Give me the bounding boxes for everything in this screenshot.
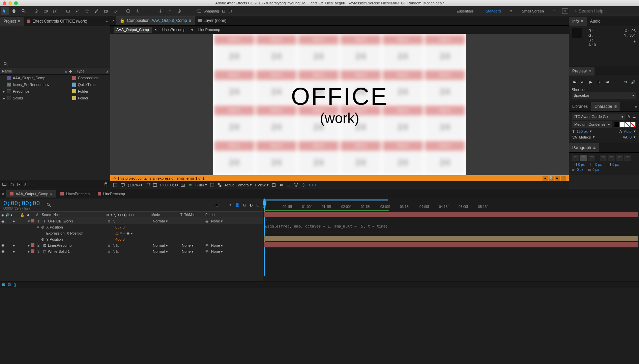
pixel-aspect-icon[interactable] [271, 183, 276, 187]
toggle-modes-icon[interactable]: ⊡ [8, 282, 11, 287]
snapshot-icon[interactable] [180, 183, 185, 187]
project-search-input[interactable] [10, 61, 107, 66]
workspace-essentials[interactable]: Essentials [454, 8, 476, 14]
paragraph-tab[interactable]: Paragraph ≡ [569, 143, 599, 152]
breadcrumb-item[interactable]: LinesPrecomp [159, 27, 188, 33]
last-frame-button[interactable]: ⏭ [604, 79, 610, 85]
layer-row[interactable]: ◉●▾1TOFFICE (work)⊕ ╲ Normal ▾◎ None ▾ [0, 218, 263, 224]
resolution-icon[interactable] [145, 183, 150, 187]
brackets-icon[interactable]: {} [13, 283, 16, 287]
loop-button[interactable]: ⟲ [622, 79, 628, 85]
close-window-button[interactable] [3, 1, 6, 5]
current-time[interactable]: 0;00;00;00 [3, 200, 40, 207]
time-ruler[interactable]: 0f00:15f01:00f01:15f02:00f02:15f03:00f03… [263, 199, 639, 211]
roto-tool[interactable] [124, 7, 132, 15]
sync-icon[interactable]: ⟲ [562, 8, 568, 14]
trash-icon[interactable] [104, 182, 108, 187]
workspace-standard[interactable]: Standard [483, 8, 503, 14]
eyedropper-icon[interactable]: ✎ [628, 115, 631, 119]
puppet-tool[interactable] [134, 7, 142, 15]
view-layout-dropdown[interactable]: 1 View ▾ [255, 183, 269, 187]
composition-tab[interactable]: 🔒 Composition AAA_Output_Comp ≡ [116, 16, 195, 25]
font-family-dropdown[interactable]: ITC Avant Garde Go▾ [572, 114, 626, 120]
rectangle-tool[interactable] [64, 7, 72, 15]
project-item[interactable]: Icons_PreRender.movQuickTime [0, 81, 110, 88]
align-left-button[interactable] [572, 155, 579, 161]
hand-tool[interactable] [10, 7, 18, 15]
maximize-window-button[interactable] [14, 1, 18, 5]
workspace-small[interactable]: Small Screen [519, 8, 546, 14]
project-header[interactable]: Name▴ ◆ Type S [0, 68, 110, 74]
comp-new-icon[interactable] [17, 182, 22, 187]
indent-first-value[interactable]: ⏐← 0 px [589, 163, 602, 166]
effect-controls-tab[interactable]: Effect Controls OFFICE (work) [24, 17, 90, 26]
frame-blend-icon[interactable]: ⊡ [243, 203, 246, 207]
composition-viewer[interactable]: March24March24March24March24March24March… [110, 34, 569, 175]
layer-tab[interactable]: Layer (none) [195, 16, 230, 25]
indent-right-value[interactable]: →⏐ 0 px [606, 163, 619, 166]
roi-icon[interactable] [210, 183, 214, 187]
play-button[interactable]: ▶ [588, 79, 594, 85]
search-icon[interactable] [47, 203, 51, 207]
transparency-icon[interactable] [217, 183, 222, 187]
panel-overflow-icon[interactable]: » [103, 19, 110, 23]
brush-tool[interactable] [92, 7, 100, 15]
resolution-dropdown[interactable]: (Full) ▾ [195, 183, 207, 187]
project-item[interactable]: ▸PrecompsFolder [0, 88, 110, 95]
prev-frame-button[interactable]: ◂⏐ [580, 79, 586, 85]
error-reveal-button[interactable]: 🔍 [549, 176, 554, 181]
clone-tool[interactable] [102, 7, 110, 15]
error-next-button[interactable]: ▸ [555, 176, 560, 181]
alpha-toggle[interactable] [113, 183, 118, 187]
kerning-value[interactable]: Metrics [579, 135, 591, 139]
justify-left-button[interactable] [600, 155, 607, 161]
sort-icon[interactable]: ▴ [65, 69, 67, 73]
safe-zones-icon[interactable] [153, 183, 157, 187]
pen-tool[interactable] [74, 7, 82, 15]
timeline-tab[interactable]: LinePrecomp [94, 190, 129, 198]
audio-tab[interactable]: Audio [587, 17, 604, 26]
interpret-icon[interactable] [2, 182, 7, 187]
motion-blur-icon[interactable]: ◐ [250, 203, 253, 207]
align-center-button[interactable] [580, 155, 587, 161]
layer-row[interactable]: ◉●▸2⊡LinesPrecomp⊕ ╲ fxNormal ▾None ▾◎ N… [0, 242, 263, 248]
tab-close-icon[interactable]: × [0, 192, 6, 196]
workspace-overflow-icon[interactable]: » [553, 9, 555, 13]
toggle-switches-icon[interactable]: ⊞ [2, 282, 5, 287]
zoom-dropdown[interactable]: (116%) ▾ [128, 183, 143, 187]
shortcut-dropdown[interactable]: Spacebar▾ [572, 92, 636, 99]
timecode-display[interactable]: 0;00;00;00 [160, 183, 178, 187]
snapping-toggle[interactable]: Snapping [198, 9, 233, 13]
info-tab[interactable]: Info ≡ [569, 17, 587, 26]
tab-close-icon[interactable]: × [110, 19, 116, 23]
first-frame-button[interactable]: ⏮ [572, 79, 578, 85]
axis-local-icon[interactable] [156, 7, 165, 15]
project-item[interactable]: AAA_Output_CompComposition [0, 74, 110, 81]
font-size-value[interactable]: 150 px [577, 129, 588, 133]
space-before-value[interactable]: ≡↑ 0 px [572, 168, 583, 172]
eraser-tool[interactable] [111, 7, 119, 15]
exposure-reset-icon[interactable] [301, 183, 306, 187]
fast-preview-icon[interactable] [279, 183, 284, 187]
swap-colors-icon[interactable]: ⇄ [633, 115, 636, 119]
justify-all-button[interactable] [624, 155, 631, 161]
libraries-tab[interactable]: Libraries [569, 102, 591, 111]
hide-shy-icon[interactable]: 👤 [235, 203, 240, 207]
breadcrumb-item[interactable]: LinePrecomp [196, 27, 223, 33]
justify-right-button[interactable] [616, 155, 623, 161]
display-icon[interactable] [120, 183, 125, 187]
font-style-dropdown[interactable]: Medium Condense▾ [572, 121, 612, 128]
camera-dropdown[interactable]: Active Camera ▾ [225, 183, 252, 187]
align-right-button[interactable] [588, 155, 595, 161]
breadcrumb-item[interactable]: AAA_Output_Comp [114, 27, 152, 33]
timeline-tab[interactable]: LinesPrecomp [56, 190, 93, 198]
next-frame-button[interactable]: ⏐▸ [596, 79, 602, 85]
minimize-window-button[interactable] [8, 1, 12, 5]
type-tool[interactable] [83, 7, 91, 15]
selection-tool[interactable] [1, 7, 9, 15]
flowchart-icon[interactable] [294, 183, 298, 187]
leading-value[interactable]: Auto [624, 129, 632, 133]
bpc-label[interactable]: 8 bpc [24, 183, 33, 187]
error-close-button[interactable]: ⌃ [561, 176, 566, 181]
project-tab[interactable]: Project≡ [0, 17, 24, 26]
